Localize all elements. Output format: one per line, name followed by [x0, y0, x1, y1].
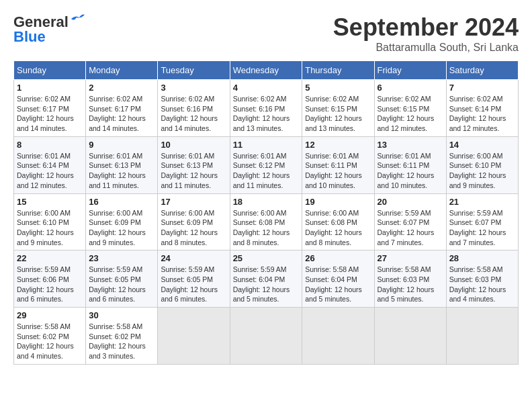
day-info: Sunrise: 5:58 AMSunset: 6:03 PMDaylight:…	[378, 265, 443, 304]
calendar-cell: 21Sunrise: 5:59 AMSunset: 6:07 PMDayligh…	[446, 193, 518, 250]
calendar-cell: 4Sunrise: 6:02 AMSunset: 6:16 PMDaylight…	[230, 80, 302, 137]
weekday-header-thursday: Thursday	[302, 61, 374, 80]
calendar-table: SundayMondayTuesdayWednesdayThursdayFrid…	[13, 60, 519, 365]
calendar-cell: 23Sunrise: 5:59 AMSunset: 6:05 PMDayligh…	[86, 250, 158, 308]
calendar-cell: 2Sunrise: 6:02 AMSunset: 6:17 PMDaylight…	[86, 80, 158, 137]
day-info: Sunrise: 6:02 AMSunset: 6:14 PMDaylight:…	[449, 94, 515, 134]
day-number: 14	[449, 140, 515, 150]
day-info: Sunrise: 5:59 AMSunset: 6:06 PMDaylight:…	[17, 265, 83, 304]
month-title: September 2024	[333, 13, 519, 42]
day-info: Sunrise: 6:02 AMSunset: 6:17 PMDaylight:…	[89, 94, 154, 134]
day-number: 29	[17, 310, 83, 320]
calendar-cell: 3Sunrise: 6:02 AMSunset: 6:16 PMDaylight…	[158, 80, 230, 137]
day-info: Sunrise: 6:01 AMSunset: 6:13 PMDaylight:…	[161, 151, 226, 191]
calendar-week-row: 29Sunrise: 5:58 AMSunset: 6:02 PMDayligh…	[14, 308, 519, 365]
weekday-header-sunday: Sunday	[14, 61, 86, 80]
logo: General Blue	[13, 13, 85, 46]
day-info: Sunrise: 6:01 AMSunset: 6:14 PMDaylight:…	[17, 151, 83, 191]
day-number: 13	[378, 140, 443, 150]
calendar-cell	[302, 308, 374, 365]
day-number: 6	[378, 83, 443, 93]
day-number: 24	[161, 253, 226, 263]
calendar-cell: 26Sunrise: 5:58 AMSunset: 6:04 PMDayligh…	[302, 250, 374, 308]
day-number: 18	[233, 197, 300, 207]
calendar-cell: 14Sunrise: 6:00 AMSunset: 6:10 PMDayligh…	[446, 136, 518, 193]
calendar-cell	[158, 308, 230, 365]
day-info: Sunrise: 5:59 AMSunset: 6:07 PMDaylight:…	[449, 208, 515, 248]
day-number: 11	[233, 140, 300, 150]
calendar-cell: 6Sunrise: 6:02 AMSunset: 6:15 PMDaylight…	[374, 80, 446, 137]
calendar-cell: 7Sunrise: 6:02 AMSunset: 6:14 PMDaylight…	[446, 80, 518, 137]
calendar-cell: 20Sunrise: 5:59 AMSunset: 6:07 PMDayligh…	[374, 193, 446, 250]
calendar-cell: 12Sunrise: 6:01 AMSunset: 6:11 PMDayligh…	[302, 136, 374, 193]
calendar-cell: 19Sunrise: 6:00 AMSunset: 6:08 PMDayligh…	[302, 193, 374, 250]
calendar-cell: 5Sunrise: 6:02 AMSunset: 6:15 PMDaylight…	[302, 80, 374, 137]
day-number: 7	[449, 83, 515, 93]
calendar-cell: 9Sunrise: 6:01 AMSunset: 6:13 PMDaylight…	[86, 136, 158, 193]
day-info: Sunrise: 6:00 AMSunset: 6:09 PMDaylight:…	[89, 208, 154, 248]
day-number: 17	[161, 197, 226, 207]
day-info: Sunrise: 6:00 AMSunset: 6:09 PMDaylight:…	[161, 208, 226, 248]
title-section: September 2024 Battaramulla South, Sri L…	[333, 13, 519, 54]
day-info: Sunrise: 6:00 AMSunset: 6:08 PMDaylight:…	[233, 208, 300, 248]
calendar-cell	[374, 308, 446, 365]
calendar-cell	[230, 308, 302, 365]
logo-blue-text: Blue	[13, 28, 46, 46]
day-info: Sunrise: 6:01 AMSunset: 6:11 PMDaylight:…	[378, 151, 443, 191]
day-info: Sunrise: 6:01 AMSunset: 6:12 PMDaylight:…	[233, 151, 300, 191]
day-info: Sunrise: 6:01 AMSunset: 6:13 PMDaylight:…	[89, 151, 154, 191]
day-number: 10	[161, 140, 226, 150]
calendar-cell: 13Sunrise: 6:01 AMSunset: 6:11 PMDayligh…	[374, 136, 446, 193]
day-info: Sunrise: 6:02 AMSunset: 6:16 PMDaylight:…	[161, 94, 226, 134]
day-number: 23	[89, 253, 154, 263]
day-info: Sunrise: 5:58 AMSunset: 6:02 PMDaylight:…	[17, 322, 83, 361]
day-info: Sunrise: 6:00 AMSunset: 6:10 PMDaylight:…	[17, 208, 83, 248]
calendar-cell: 24Sunrise: 5:59 AMSunset: 6:05 PMDayligh…	[158, 250, 230, 308]
calendar-week-row: 15Sunrise: 6:00 AMSunset: 6:10 PMDayligh…	[14, 193, 519, 250]
day-info: Sunrise: 5:58 AMSunset: 6:04 PMDaylight:…	[305, 265, 371, 304]
day-number: 30	[89, 310, 154, 320]
weekday-header-saturday: Saturday	[446, 61, 518, 80]
day-info: Sunrise: 6:00 AMSunset: 6:10 PMDaylight:…	[449, 151, 515, 191]
calendar-cell: 8Sunrise: 6:01 AMSunset: 6:14 PMDaylight…	[14, 136, 86, 193]
day-info: Sunrise: 6:01 AMSunset: 6:11 PMDaylight:…	[305, 151, 371, 191]
calendar-cell: 25Sunrise: 5:59 AMSunset: 6:04 PMDayligh…	[230, 250, 302, 308]
calendar-cell: 1Sunrise: 6:02 AMSunset: 6:17 PMDaylight…	[14, 80, 86, 137]
day-info: Sunrise: 5:59 AMSunset: 6:05 PMDaylight:…	[161, 265, 226, 304]
weekday-header-friday: Friday	[374, 61, 446, 80]
day-number: 16	[89, 197, 154, 207]
day-number: 26	[305, 253, 371, 263]
day-info: Sunrise: 5:58 AMSunset: 6:02 PMDaylight:…	[89, 322, 154, 361]
day-number: 27	[378, 253, 443, 263]
day-info: Sunrise: 5:59 AMSunset: 6:07 PMDaylight:…	[378, 208, 443, 248]
calendar-cell: 30Sunrise: 5:58 AMSunset: 6:02 PMDayligh…	[86, 308, 158, 365]
calendar-cell: 18Sunrise: 6:00 AMSunset: 6:08 PMDayligh…	[230, 193, 302, 250]
calendar-cell: 11Sunrise: 6:01 AMSunset: 6:12 PMDayligh…	[230, 136, 302, 193]
day-number: 15	[17, 197, 83, 207]
day-number: 25	[233, 253, 300, 263]
day-info: Sunrise: 5:59 AMSunset: 6:04 PMDaylight:…	[233, 265, 300, 304]
calendar-week-row: 8Sunrise: 6:01 AMSunset: 6:14 PMDaylight…	[14, 136, 519, 193]
day-number: 5	[305, 83, 371, 93]
day-info: Sunrise: 6:02 AMSunset: 6:16 PMDaylight:…	[233, 94, 300, 134]
day-number: 21	[449, 197, 515, 207]
day-number: 4	[233, 83, 300, 93]
calendar-cell: 29Sunrise: 5:58 AMSunset: 6:02 PMDayligh…	[14, 308, 86, 365]
day-number: 12	[305, 140, 371, 150]
calendar-cell: 22Sunrise: 5:59 AMSunset: 6:06 PMDayligh…	[14, 250, 86, 308]
calendar-week-row: 22Sunrise: 5:59 AMSunset: 6:06 PMDayligh…	[14, 250, 519, 308]
calendar-cell: 28Sunrise: 5:58 AMSunset: 6:03 PMDayligh…	[446, 250, 518, 308]
day-info: Sunrise: 6:02 AMSunset: 6:15 PMDaylight:…	[305, 94, 371, 134]
weekday-header-monday: Monday	[86, 61, 158, 80]
page-header: General Blue September 2024 Battaramulla…	[13, 13, 519, 54]
weekday-header-wednesday: Wednesday	[230, 61, 302, 80]
calendar-cell: 15Sunrise: 6:00 AMSunset: 6:10 PMDayligh…	[14, 193, 86, 250]
day-info: Sunrise: 6:00 AMSunset: 6:08 PMDaylight:…	[305, 208, 371, 248]
day-info: Sunrise: 5:59 AMSunset: 6:05 PMDaylight:…	[89, 265, 154, 304]
day-info: Sunrise: 5:58 AMSunset: 6:03 PMDaylight:…	[449, 265, 515, 304]
logo-bird-icon	[70, 13, 85, 26]
day-number: 1	[17, 83, 83, 93]
calendar-cell: 17Sunrise: 6:00 AMSunset: 6:09 PMDayligh…	[158, 193, 230, 250]
day-number: 20	[378, 197, 443, 207]
day-number: 28	[449, 253, 515, 263]
